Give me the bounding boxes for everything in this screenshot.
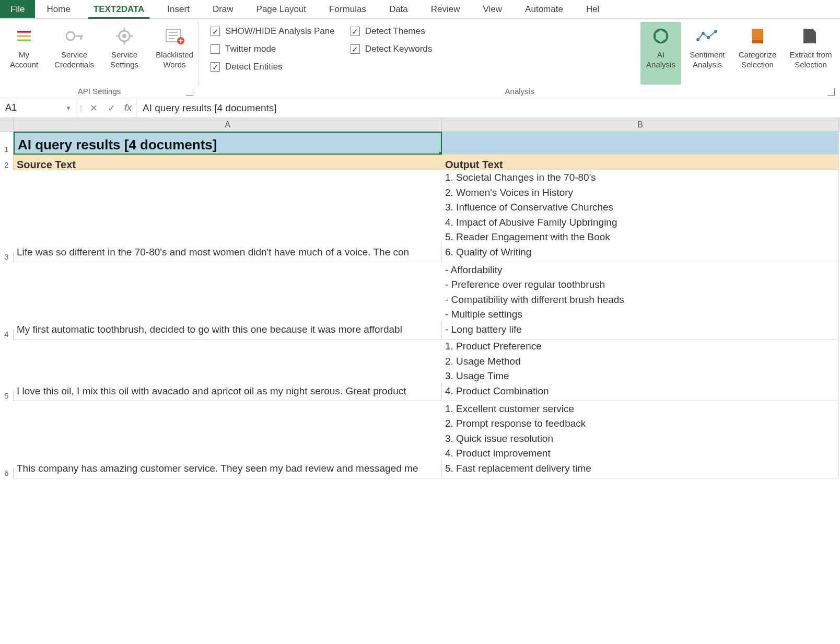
row-6: 6 This company has amazing customer serv…	[0, 401, 840, 478]
label-line2: Selection	[795, 60, 827, 69]
tab-view[interactable]: View	[472, 0, 514, 18]
label-line2: Settings	[110, 60, 138, 69]
blacklisted-words-button[interactable]: BlacklistedWords	[150, 22, 199, 85]
file-export-icon	[800, 24, 821, 48]
svg-point-23	[714, 30, 717, 33]
row-number[interactable]: 1	[0, 132, 14, 155]
menu-tabs: File Home TEXT2DATA Insert Draw Page Lay…	[0, 0, 840, 19]
tab-automate[interactable]: Automate	[514, 0, 575, 18]
cell-b1[interactable]	[442, 132, 839, 155]
account-lines-icon	[15, 24, 33, 48]
label-line2: Analysis	[646, 60, 675, 69]
cell-b6[interactable]: 1. Excellent customer service 2. Prompt …	[442, 400, 839, 479]
cell-a6[interactable]: This company has amazing customer servic…	[14, 459, 442, 479]
svg-rect-25	[752, 40, 763, 43]
label-line1: Sentiment	[690, 50, 725, 59]
row-number[interactable]: 5	[0, 391, 14, 401]
group-label-analysis: Analysis	[201, 85, 838, 97]
service-settings-button[interactable]: ServiceSettings	[100, 22, 148, 85]
check-detect-entities[interactable]: ✓Detect Entities	[211, 62, 335, 72]
group-label-api-settings: API Settings	[2, 85, 196, 97]
check-detect-themes[interactable]: ✓Detect Themes	[351, 26, 433, 37]
sentiment-analysis-button[interactable]: SentimentAnalysis	[683, 22, 731, 85]
check-col-2: ✓Detect Themes ✓Detect Keywords	[341, 22, 439, 85]
cell-b5[interactable]: 1. Product Preference 2. Usage Method 3.…	[442, 337, 839, 401]
label-line1: Service	[111, 50, 137, 59]
select-all-corner[interactable]	[0, 118, 14, 132]
check-label: Detect Keywords	[365, 44, 433, 54]
tab-help[interactable]: Hel	[575, 0, 611, 18]
gear-icon	[115, 24, 134, 48]
check-twitter-mode[interactable]: Twitter mode	[211, 44, 335, 54]
cancel-formula-button[interactable]: ✕	[85, 102, 102, 114]
check-label: Detect Entities	[225, 62, 283, 72]
name-box[interactable]: A1 ▼	[0, 98, 77, 118]
column-header-b[interactable]: B	[442, 118, 839, 132]
cell-a5[interactable]: I love this oil, I mix this oil with ava…	[14, 382, 442, 402]
categorize-selection-button[interactable]: CategorizeSelection	[733, 22, 781, 85]
row-number[interactable]: 6	[0, 469, 14, 478]
cell-text: AI query results [4 documents]	[18, 137, 217, 153]
group-analysis: ✓SHOW/HIDE Analysis Pane Twitter mode ✓D…	[199, 19, 840, 98]
check-col-1: ✓SHOW/HIDE Analysis Pane Twitter mode ✓D…	[201, 22, 341, 85]
chevron-down-icon: ▼	[65, 104, 72, 112]
my-account-button[interactable]: MyAccount	[0, 22, 48, 85]
formula-content[interactable]: AI query results [4 documents]	[136, 102, 840, 114]
group-launcher-icon[interactable]	[827, 88, 835, 96]
row-number[interactable]: 2	[0, 155, 14, 170]
fx-icon[interactable]: fx	[120, 98, 136, 118]
tab-formulas[interactable]: Formulas	[318, 0, 378, 18]
svg-point-21	[702, 32, 705, 35]
row-number[interactable]: 4	[0, 330, 14, 339]
label-line1: Extract from	[790, 50, 832, 59]
file-tab[interactable]: File	[0, 0, 35, 18]
selection-handle[interactable]	[439, 152, 442, 155]
cell-b4[interactable]: - Affordability - Preference over regula…	[442, 261, 839, 340]
svg-point-20	[696, 38, 699, 41]
tab-home[interactable]: Home	[35, 0, 81, 18]
check-detect-keywords[interactable]: ✓Detect Keywords	[351, 44, 433, 54]
label-line2: Analysis	[693, 60, 722, 69]
tab-draw[interactable]: Draw	[201, 0, 245, 18]
group-api-settings: MyAccount ServiceCredentials ServiceSett…	[0, 19, 199, 98]
label-line1: Categorize	[739, 50, 777, 59]
cell-a2[interactable]: Source Text	[14, 155, 442, 170]
tab-review[interactable]: Review	[419, 0, 472, 18]
cell-a1[interactable]: AI query results [4 documents]	[14, 132, 442, 155]
formula-bar: A1 ▼ ⋮ ✕ ✓ fx AI query results [4 docume…	[0, 98, 840, 118]
tab-insert[interactable]: Insert	[156, 0, 201, 18]
name-box-value: A1	[5, 102, 17, 113]
row-5: 5 I love this oil, I mix this oil with a…	[0, 339, 840, 401]
group-launcher-icon[interactable]	[186, 88, 193, 96]
svg-point-22	[707, 36, 710, 39]
column-header-a[interactable]: A	[14, 118, 442, 132]
label-line2: Words	[163, 60, 185, 69]
row-number[interactable]: 3	[0, 252, 14, 262]
accept-formula-button[interactable]: ✓	[102, 102, 120, 114]
svg-point-19	[654, 29, 668, 43]
row-3: 3 Life was so different in the 70-80's a…	[0, 170, 840, 262]
row-4: 4 My first automatic toothbrush, decided…	[0, 262, 840, 339]
check-label: Detect Themes	[365, 26, 425, 37]
extract-from-selection-button[interactable]: Extract fromSelection	[784, 22, 838, 85]
svg-point-3	[66, 32, 75, 40]
service-credentials-button[interactable]: ServiceCredentials	[50, 22, 98, 85]
label-line2: Selection	[741, 60, 774, 69]
cell-b3[interactable]: 1. Societal Changes in the 70-80's 2. Wo…	[442, 168, 839, 262]
tab-text2data[interactable]: TEXT2DATA	[82, 0, 156, 18]
tab-page-layout[interactable]: Page Layout	[245, 0, 318, 18]
check-label: SHOW/HIDE Analysis Pane	[225, 26, 335, 37]
tab-data[interactable]: Data	[378, 0, 419, 18]
label-line1: Service	[61, 50, 87, 59]
label-line2: Credentials	[54, 60, 94, 69]
list-plus-icon	[164, 24, 185, 48]
ribbon: MyAccount ServiceCredentials ServiceSett…	[0, 19, 840, 98]
cell-a4[interactable]: My first automatic toothbrush, decided t…	[14, 320, 442, 340]
label-line1: AI	[657, 50, 664, 59]
column-headers: A B	[0, 118, 840, 132]
check-label: Twitter mode	[225, 44, 276, 54]
ai-analysis-button[interactable]: AIAnalysis	[640, 22, 681, 85]
cell-a3[interactable]: Life was so different in the 70-80's and…	[14, 243, 442, 263]
check-show-hide-pane[interactable]: ✓SHOW/HIDE Analysis Pane	[211, 26, 335, 37]
row-1: 1 AI query results [4 documents]	[0, 132, 840, 155]
